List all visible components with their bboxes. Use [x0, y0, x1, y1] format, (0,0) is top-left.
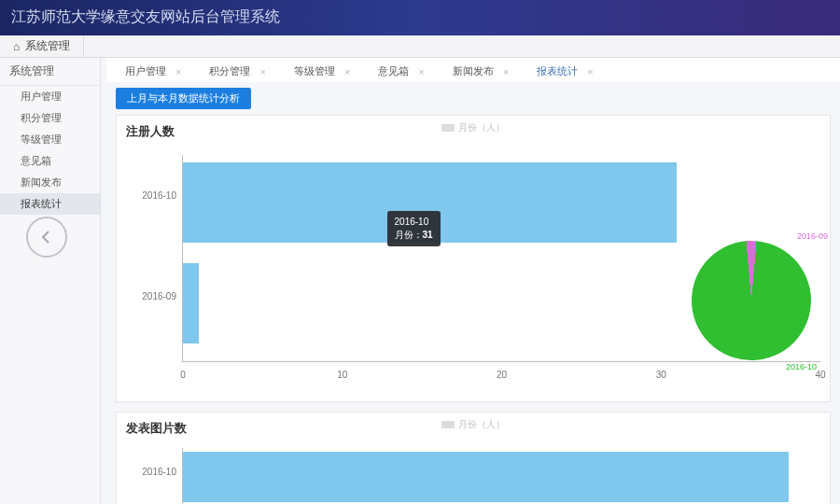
- y-tick-label: 2016-09: [130, 291, 176, 301]
- y-tick-label: 2016-10: [130, 190, 176, 201]
- legend-swatch-icon: [441, 124, 455, 132]
- sidebar-group-title: 系统管理: [0, 58, 100, 86]
- panel-photos: 发表图片数 月份（人） 2016-10: [116, 412, 831, 504]
- main-content: 用户管理× 积分管理× 等级管理× 意见箱× 新闻发布× 报表统计× 上月与本月…: [101, 58, 840, 504]
- tab-reports[interactable]: 报表统计×: [531, 61, 598, 82]
- chart-legend: 月份（人）: [441, 418, 505, 431]
- app-header: 江苏师范大学缘意交友网站后台管理系统: [0, 0, 840, 35]
- analysis-button[interactable]: 上月与本月数据统计分析: [116, 88, 251, 109]
- legend-swatch-icon: [441, 421, 455, 428]
- close-icon[interactable]: ×: [344, 66, 350, 77]
- x-tick-label: 30: [656, 370, 666, 380]
- sidebar-item-levels[interactable]: 等级管理: [0, 129, 100, 150]
- sidebar-item-feedback[interactable]: 意见箱: [0, 150, 100, 172]
- sidebar: 系统管理 用户管理 积分管理 等级管理 意见箱 新闻发布 报表统计: [0, 58, 101, 504]
- panel-registrations: 注册人数 月份（人） 2016-10 2016-09 2016-10 月份：31: [116, 115, 831, 402]
- x-tick-label: 10: [337, 370, 347, 380]
- close-icon[interactable]: ×: [175, 66, 181, 77]
- close-icon[interactable]: ×: [503, 66, 509, 77]
- app-title: 江苏师范大学缘意交友网站后台管理系统: [11, 8, 280, 24]
- close-icon[interactable]: ×: [418, 66, 424, 77]
- tab-points[interactable]: 积分管理×: [203, 61, 271, 82]
- pie-circle[interactable]: [687, 236, 817, 366]
- pie-label-2016-10: 2016-10: [786, 362, 817, 371]
- bar-chart: 2016-10: [126, 442, 820, 504]
- y-tick-label: 2016-10: [130, 467, 176, 477]
- sidebar-item-points[interactable]: 积分管理: [0, 107, 100, 129]
- topnav-system[interactable]: ⌂ 系统管理: [0, 35, 84, 57]
- tab-feedback[interactable]: 意见箱×: [372, 61, 429, 82]
- topnav: ⌂ 系统管理: [0, 35, 840, 58]
- x-tick-label: 40: [815, 370, 825, 380]
- sidebar-collapse-button[interactable]: [26, 217, 67, 258]
- bar-2016-09[interactable]: [183, 263, 199, 343]
- sidebar-item-news[interactable]: 新闻发布: [0, 172, 100, 193]
- x-tick-label: 20: [497, 370, 507, 380]
- x-tick-label: 0: [180, 370, 186, 380]
- sidebar-item-reports[interactable]: 报表统计: [0, 193, 100, 215]
- home-icon: ⌂: [13, 40, 20, 53]
- bar-chart: 2016-10 2016-09 2016-10 月份：31 0 10 20 30: [126, 146, 820, 388]
- pie-chart: 2016-09 2016-10: [692, 241, 811, 360]
- chevron-left-icon: [39, 230, 54, 245]
- close-icon[interactable]: ×: [587, 66, 593, 77]
- tab-bar: 用户管理× 积分管理× 等级管理× 意见箱× 新闻发布× 报表统计×: [106, 58, 840, 82]
- tab-news[interactable]: 新闻发布×: [447, 61, 514, 82]
- plot-area: [182, 448, 820, 504]
- tab-users[interactable]: 用户管理×: [119, 61, 187, 82]
- chart-legend: 月份（人）: [441, 121, 505, 134]
- bar-2016-10[interactable]: [183, 452, 789, 502]
- pie-label-2016-09: 2016-09: [797, 231, 828, 241]
- bar-2016-10[interactable]: [183, 162, 677, 243]
- sidebar-item-users[interactable]: 用户管理: [0, 86, 100, 107]
- close-icon[interactable]: ×: [259, 66, 265, 77]
- topnav-label: 系统管理: [25, 38, 70, 54]
- tab-levels[interactable]: 等级管理×: [288, 61, 356, 82]
